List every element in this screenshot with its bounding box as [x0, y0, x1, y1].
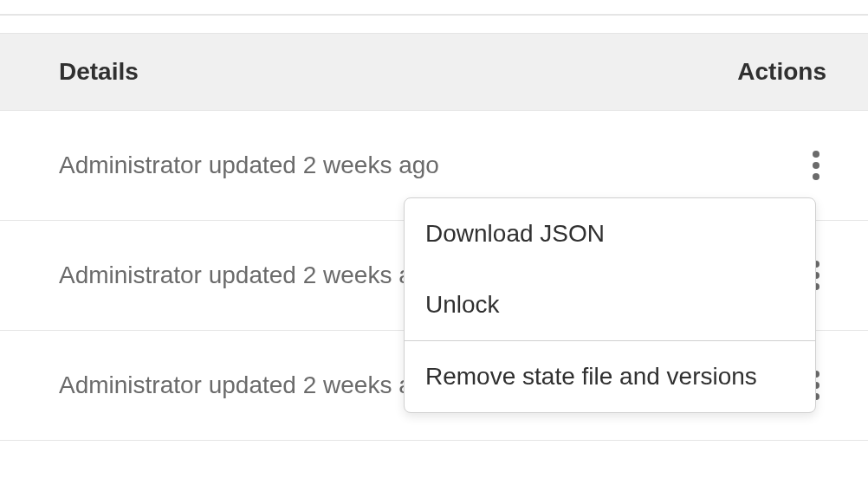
actions-dropdown-menu: Download JSON Unlock Remove state file a… [404, 197, 816, 413]
column-header-details: Details [59, 58, 139, 86]
top-divider [0, 14, 868, 16]
column-header-actions: Actions [737, 58, 826, 86]
menu-item-unlock[interactable]: Unlock [405, 269, 815, 340]
menu-item-remove-state[interactable]: Remove state file and versions [405, 341, 815, 412]
table-header: Details Actions [0, 33, 868, 111]
row-detail-text: Administrator updated 2 weeks ago [59, 371, 439, 399]
menu-item-download-json[interactable]: Download JSON [405, 198, 815, 269]
row-detail-text: Administrator updated 2 weeks ago [59, 262, 439, 289]
kebab-icon [813, 173, 819, 180]
kebab-icon [813, 162, 819, 169]
row-detail-text: Administrator updated 2 weeks ago [59, 152, 439, 179]
kebab-icon [813, 151, 819, 158]
row-actions-button[interactable] [806, 144, 826, 187]
